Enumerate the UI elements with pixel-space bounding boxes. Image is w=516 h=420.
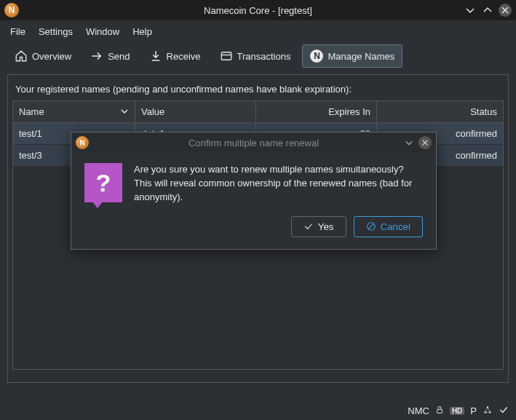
overview-button[interactable]: Overview — [7, 45, 79, 67]
status-p: P — [470, 405, 477, 416]
menu-help[interactable]: Help — [132, 26, 152, 37]
cancel-icon — [366, 221, 376, 231]
app-icon: N — [76, 136, 89, 149]
maximize-icon[interactable] — [481, 4, 494, 17]
dialog-close-icon[interactable] — [418, 136, 432, 149]
dialog-title: Confirm multiple name renewal — [188, 138, 319, 148]
svg-rect-1 — [437, 409, 442, 413]
status-currency: NMC — [408, 405, 429, 416]
lock-icon[interactable] — [435, 405, 444, 416]
minimize-icon[interactable] — [464, 4, 477, 17]
manage-names-label: Manage Names — [328, 51, 394, 62]
dialog-message: Are you sure you want to renew multiple … — [134, 163, 423, 205]
manage-names-button[interactable]: N Manage Names — [302, 44, 402, 68]
close-icon[interactable] — [499, 4, 512, 17]
hd-badge: HD — [450, 407, 464, 415]
sync-check-icon — [499, 405, 509, 417]
send-icon — [90, 49, 103, 63]
svg-rect-0 — [221, 52, 231, 60]
toolbar: Overview Send Receive Transactions N Man… — [0, 42, 516, 70]
col-status-header[interactable]: Status — [377, 101, 503, 122]
dialog-minimize-icon[interactable] — [402, 136, 416, 149]
transactions-label: Transactions — [237, 51, 291, 62]
menu-file[interactable]: File — [10, 26, 25, 37]
overview-label: Overview — [32, 51, 71, 62]
col-expires-header[interactable]: Expires In — [256, 101, 377, 122]
send-label: Send — [108, 51, 130, 62]
window-title: Namecoin Core - [regtest] — [204, 5, 312, 16]
home-icon — [15, 49, 28, 63]
col-value-header[interactable]: Value — [135, 101, 256, 122]
check-icon — [303, 221, 314, 231]
app-icon: N — [4, 3, 19, 17]
receive-label: Receive — [167, 51, 201, 62]
col-name-header[interactable]: Name — [13, 101, 135, 122]
panel-description: Your registered names (pending and uncon… — [12, 79, 504, 100]
receive-icon — [149, 49, 162, 63]
cancel-button[interactable]: Cancel — [354, 216, 424, 237]
statusbar: NMC HD P — [0, 401, 516, 420]
receive-button[interactable]: Receive — [142, 45, 208, 67]
yes-button[interactable]: Yes — [291, 216, 346, 237]
menu-window[interactable]: Window — [86, 26, 119, 37]
confirm-dialog: N Confirm multiple name renewal ? Are yo… — [71, 132, 437, 250]
send-button[interactable]: Send — [83, 45, 137, 67]
transactions-button[interactable]: Transactions — [213, 45, 298, 67]
yes-label: Yes — [318, 221, 334, 232]
col-name-label: Name — [19, 106, 44, 117]
menubar: File Settings Window Help — [0, 20, 516, 42]
question-icon: ? — [84, 163, 122, 202]
menu-settings[interactable]: Settings — [39, 26, 73, 37]
table-header: Name Value Expires In Status — [13, 101, 503, 123]
namecoin-icon: N — [310, 49, 323, 63]
dialog-titlebar: N Confirm multiple name renewal — [71, 132, 436, 153]
transactions-icon — [220, 49, 233, 63]
chevron-down-icon — [120, 107, 129, 118]
network-icon[interactable] — [483, 405, 493, 417]
cancel-label: Cancel — [381, 221, 411, 232]
window-titlebar: N Namecoin Core - [regtest] — [0, 0, 516, 20]
